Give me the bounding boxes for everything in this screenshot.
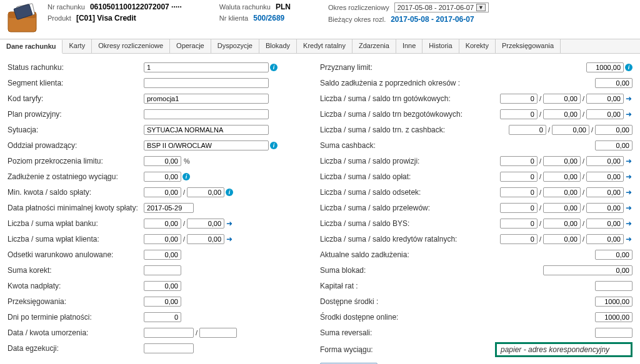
daysover-input[interactable] bbox=[144, 312, 181, 322]
cash-b[interactable] bbox=[586, 94, 624, 104]
noncash-n[interactable] bbox=[500, 109, 538, 119]
bankpay-input-2[interactable] bbox=[187, 219, 224, 229]
tab-kredyt[interactable]: Kredyt ratalny bbox=[297, 39, 352, 53]
interest-s[interactable] bbox=[543, 187, 581, 197]
cash-label: Liczba / suma / saldo trn gotówkowych: bbox=[320, 94, 495, 103]
cashback-b[interactable] bbox=[595, 125, 632, 135]
cashback-n[interactable] bbox=[509, 125, 546, 135]
arrow-right-icon[interactable]: ➜ bbox=[625, 189, 632, 196]
clientpay-input-2[interactable] bbox=[187, 234, 224, 244]
cashback-s[interactable] bbox=[552, 125, 589, 135]
condint-input[interactable] bbox=[144, 250, 181, 260]
commission-input[interactable] bbox=[144, 109, 269, 119]
availonline-input[interactable] bbox=[595, 312, 632, 322]
bankpay-input-1[interactable] bbox=[144, 219, 181, 229]
comm-b[interactable] bbox=[586, 156, 624, 166]
limit-input[interactable] bbox=[586, 62, 624, 72]
tab-korekty[interactable]: Korekty bbox=[459, 39, 496, 53]
arrow-right-icon[interactable]: ➜ bbox=[625, 111, 632, 118]
tab-zdarzenia[interactable]: Zdarzenia bbox=[352, 39, 396, 53]
capital-input[interactable] bbox=[595, 281, 632, 291]
content: Status rachunku:i Segment klienta: Kod t… bbox=[0, 54, 640, 364]
transfers-s[interactable] bbox=[543, 203, 581, 213]
tab-dane-rachunku[interactable]: Dane rachunku bbox=[0, 40, 62, 54]
arrow-right-icon[interactable]: ➜ bbox=[625, 95, 632, 102]
install-n[interactable] bbox=[500, 234, 538, 244]
bys-s[interactable] bbox=[543, 219, 581, 229]
acct-value: 0610501100122072007 ····· bbox=[90, 2, 182, 11]
install-s[interactable] bbox=[543, 234, 581, 244]
branch-label: Oddział prowadzący: bbox=[8, 141, 144, 150]
status-input[interactable] bbox=[144, 62, 269, 72]
cashbacksum-input[interactable] bbox=[595, 140, 632, 150]
info-icon[interactable]: i bbox=[270, 142, 278, 149]
info-icon[interactable]: i bbox=[182, 173, 190, 180]
arrow-right-icon[interactable]: ➜ bbox=[625, 173, 632, 180]
capital-label: Kapitał rat : bbox=[320, 282, 495, 290]
percent-sign: % bbox=[182, 157, 190, 165]
minamt-input-2[interactable] bbox=[187, 187, 224, 197]
avail-input[interactable] bbox=[595, 297, 632, 307]
remission-date-input[interactable] bbox=[144, 328, 194, 338]
interest-b[interactable] bbox=[586, 187, 624, 197]
statement-label: Forma wyciągu: bbox=[320, 345, 495, 354]
noncash-s[interactable] bbox=[543, 109, 581, 119]
avail-label: Dostępne środki : bbox=[320, 297, 495, 306]
prevdebt-input[interactable] bbox=[595, 78, 632, 88]
tariff-input[interactable] bbox=[144, 94, 269, 104]
tab-blokady[interactable]: Blokady bbox=[259, 39, 297, 53]
fees-n[interactable] bbox=[500, 172, 538, 182]
bys-b[interactable] bbox=[586, 219, 624, 229]
interest-n[interactable] bbox=[500, 187, 538, 197]
arrow-right-icon[interactable]: ➜ bbox=[625, 235, 632, 243]
arrow-right-icon[interactable]: ➜ bbox=[625, 204, 632, 212]
tab-inne[interactable]: Inne bbox=[396, 39, 422, 53]
overpay-input[interactable] bbox=[144, 281, 181, 291]
comm-n[interactable] bbox=[500, 156, 538, 166]
tab-operacje[interactable]: Operacje bbox=[170, 39, 211, 53]
info-icon[interactable]: i bbox=[226, 189, 233, 196]
cash-n[interactable] bbox=[500, 94, 538, 104]
fees-b[interactable] bbox=[586, 172, 624, 182]
paydate-label: Data płatności minimalnej kwoty spłaty: bbox=[8, 204, 144, 212]
minamt-input-1[interactable] bbox=[144, 187, 181, 197]
transfers-b[interactable] bbox=[586, 203, 624, 213]
info-icon[interactable]: i bbox=[625, 64, 632, 71]
bys-n[interactable] bbox=[500, 219, 538, 229]
comm-s[interactable] bbox=[543, 156, 581, 166]
branch-input[interactable] bbox=[144, 140, 269, 150]
arrow-right-icon[interactable]: ➜ bbox=[226, 220, 233, 227]
sumcorr-input[interactable] bbox=[144, 265, 181, 275]
tab-karty[interactable]: Karty bbox=[62, 39, 92, 53]
situation-input[interactable] bbox=[144, 125, 269, 135]
blocksum-input[interactable] bbox=[543, 265, 632, 275]
lastdebt-input[interactable] bbox=[144, 172, 181, 182]
arrow-right-icon[interactable]: ➜ bbox=[625, 220, 632, 227]
install-b[interactable] bbox=[586, 234, 624, 244]
fees-s[interactable] bbox=[543, 172, 581, 182]
remission-amt-input[interactable] bbox=[199, 328, 237, 338]
noncash-b[interactable] bbox=[586, 109, 624, 119]
overlimit-input[interactable] bbox=[144, 156, 181, 166]
info-icon[interactable]: i bbox=[270, 64, 278, 71]
tab-dyspozycje[interactable]: Dyspozycje bbox=[211, 39, 259, 53]
tab-przeks[interactable]: Przeksięgowania bbox=[496, 39, 561, 53]
tab-historia[interactable]: Historia bbox=[422, 39, 459, 53]
paydate-input[interactable] bbox=[144, 203, 194, 213]
cash-s[interactable] bbox=[543, 94, 581, 104]
install-label: Liczba / suma / saldo kredytów ratalnych… bbox=[320, 235, 495, 243]
segment-input[interactable] bbox=[144, 78, 269, 88]
cashback-label: Liczba / suma / saldo trn. z cashback: bbox=[320, 125, 495, 134]
reversal-input[interactable] bbox=[595, 328, 632, 338]
transfers-n[interactable] bbox=[500, 203, 538, 213]
arrow-right-icon[interactable]: ➜ bbox=[625, 157, 632, 165]
tab-okresy[interactable]: Okresy rozliczeniowe bbox=[92, 39, 170, 53]
execdate-input[interactable] bbox=[144, 343, 194, 353]
arrow-right-icon[interactable]: ➜ bbox=[226, 235, 233, 243]
rebook-label: Przeksięgowania: bbox=[8, 297, 144, 306]
clientpay-input-1[interactable] bbox=[144, 234, 181, 244]
rebook-input[interactable] bbox=[144, 297, 181, 307]
period-dropdown[interactable]: 2017-05-08 - 2017-06-07 ▼ bbox=[394, 2, 489, 12]
cashbacksum-label: Suma cashback: bbox=[320, 141, 495, 150]
curdebt-input[interactable] bbox=[595, 250, 632, 260]
